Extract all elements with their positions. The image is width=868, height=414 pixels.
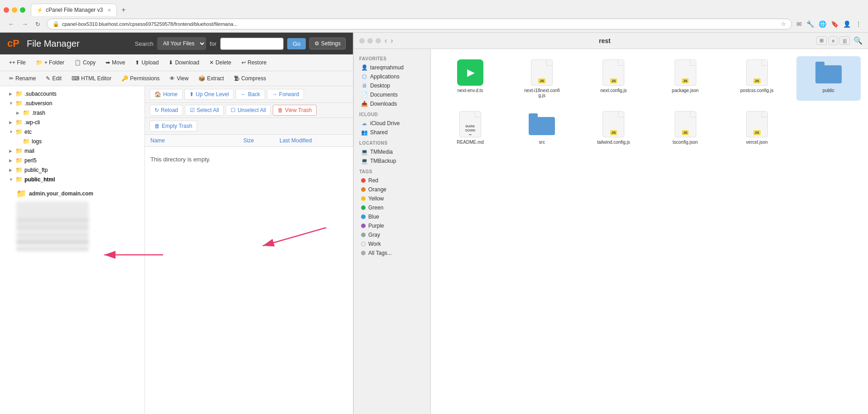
extract-button[interactable]: 📦 Extract [194,73,228,84]
file-item-public[interactable]: public [796,56,861,101]
tree-item-subaccounts[interactable]: ▶ 📁 .subaccounts [0,89,145,98]
js-icon: JS [746,59,768,86]
file-item-tsconfig[interactable]: JS tsconfig.json [653,108,718,147]
delete-button[interactable]: ✕ Delete [205,57,236,68]
back-nav-button[interactable]: ← Back [236,89,265,100]
finder-icon-view[interactable]: ⊞ [816,36,827,45]
sidebar-tag-gray[interactable]: Gray [356,230,429,239]
forward-nav-button[interactable]: → Forward [267,89,304,100]
menu-icon[interactable]: ⋮ [854,19,863,29]
active-tab[interactable]: ⚡ cPanel File Manager v3 ✕ [31,4,117,16]
file-item-src[interactable]: src [510,108,574,147]
tree-item-public-ftp[interactable]: ▶ 📁 public_ftp [0,165,145,175]
restore-button[interactable]: ↩ Restore [237,57,271,68]
bookmark-icon[interactable]: ☆ [781,21,786,27]
sidebar-tag-red[interactable]: Red [356,176,429,185]
permissions-button[interactable]: 🔑 Permissions [117,73,164,84]
file-item-vercel[interactable]: JS vercel.json [725,108,789,147]
sidebar-item-documents[interactable]: 📄 Documents [356,90,429,99]
tree-item-subversion[interactable]: ▼ 📁 .subversion [0,98,145,108]
up-one-level-button[interactable]: ⬆ Up One Level [184,89,234,100]
search-input[interactable] [220,38,284,50]
tab-favicon: ⚡ [37,7,43,13]
sidebar-item-shared[interactable]: 👥 Shared [356,128,429,137]
sidebar-tag-work[interactable]: Work [356,239,429,248]
forward-button[interactable]: → [19,19,31,29]
back-button[interactable]: ← [5,19,17,29]
tree-item-mail[interactable]: ▶ 📁 mail [0,146,145,156]
finder-back-button[interactable]: ‹ [385,37,387,45]
sidebar-tag-green[interactable]: Green [356,203,429,212]
empty-trash-button[interactable]: 🗑 Empty Trash [149,121,197,132]
tree-item-public-html[interactable]: ▼ 📁 public_html [0,175,145,184]
go-button[interactable]: Go [287,38,306,49]
sidebar-tag-blue[interactable]: Blue [356,212,429,221]
sidebar-tag-alltags[interactable]: All Tags... [356,248,429,258]
profile-icon[interactable]: 👤 [842,19,852,29]
search-dropdown[interactable]: All Your Files [157,37,206,50]
file-item-package-json[interactable]: JS package.json [653,56,718,101]
compress-button[interactable]: 🗜 Compress [229,73,270,84]
tree-item-wpcli[interactable]: ▶ 📁 .wp-cli [0,117,145,127]
view-button[interactable]: 👁 View [165,73,193,84]
new-tab-button[interactable]: + [119,5,128,15]
tree-item-etc[interactable]: ▼ 📁 etc [0,127,145,136]
extension-icon[interactable]: 🔧 [805,19,815,29]
extension3-icon[interactable]: 🔖 [830,19,839,29]
move-button[interactable]: ➡ Move [101,57,130,68]
sidebar-item-user[interactable]: 👤 tareqmahmud [356,63,429,72]
edit-button[interactable]: ✎ Edit [41,73,66,84]
reload-button[interactable]: ↻ [33,19,43,29]
tree-item-trash[interactable]: ▶ 📁 .trash [0,108,145,117]
upload-button[interactable]: ⬆ Upload [130,57,163,68]
finder-minimize-button[interactable] [367,38,373,44]
view-trash-button[interactable]: 🗑 View Trash [273,105,317,116]
download-button[interactable]: ⬇ Download [164,57,203,68]
tab-close-button[interactable]: ✕ [107,8,111,13]
sidebar-item-icloud-drive[interactable]: ☁ iCloud Drive [356,119,429,128]
file-item-readme[interactable]: MARKDOWN README.md [438,108,502,147]
html-editor-button[interactable]: ⌨ HTML Editor [67,73,116,84]
file-item-tailwind[interactable]: JS tailwind.config.js [581,108,646,147]
finder-forward-button[interactable]: › [391,37,393,45]
reload-button[interactable]: ↻ Reload [149,105,183,116]
folder-button[interactable]: 📁 + Folder [31,57,69,68]
file-item-next-config[interactable]: JS next.config.js [581,56,646,101]
maximize-button[interactable] [20,7,25,13]
tree-item-label: logs [32,138,42,145]
finder-search-button[interactable]: 🔍 [854,36,863,45]
file-button[interactable]: + + File [5,57,30,68]
minimize-button[interactable] [12,7,17,13]
sidebar-tag-purple[interactable]: Purple [356,221,429,230]
home-button[interactable]: 🏠 Home [149,89,183,100]
sidebar-tag-orange[interactable]: Orange [356,185,429,194]
settings-button[interactable]: ⚙ Settings [309,38,346,49]
finder-list-view[interactable]: ≡ [829,36,838,45]
tree-item-perl5[interactable]: ▶ 📁 perl5 [0,156,145,165]
tree-item-logs[interactable]: 📁 logs [0,136,145,146]
sidebar-item-desktop[interactable]: 🖥 Desktop [356,81,429,90]
mail-icon[interactable]: ✉ [796,19,803,29]
select-all-button[interactable]: ☑ Select All [185,105,224,116]
rename-button[interactable]: ✏ Rename [5,73,40,84]
toolbar-row1: + + File 📁 + Folder 📋 Copy ➡ Move ⬆ [0,54,353,71]
extension2-icon[interactable]: 🌐 [818,19,827,29]
finder-close-button[interactable] [359,38,365,44]
url-text: cpanel-box5310.bluehost.com/cpsess697525… [62,21,778,27]
finder-column-view[interactable]: ||| [839,36,850,45]
copy-button[interactable]: 📋 Copy [70,57,100,68]
applications-icon: ⬡ [361,73,367,80]
unselect-all-button[interactable]: ☐ Unselect All [226,105,271,116]
finder-maximize-button[interactable] [376,38,381,44]
file-item-postcss[interactable]: JS postcss.config.js [725,56,789,101]
sidebar-tag-yellow[interactable]: Yellow [356,194,429,203]
sidebar-item-tmbackup[interactable]: 💻 TMBackup [356,156,429,166]
file-item-next-i18[interactable]: JS next-i18next.config.js [510,56,574,101]
file-item-next-env[interactable]: next-env.d.ts [438,56,502,101]
sidebar-item-applications[interactable]: ⬡ Applications [356,72,429,81]
url-bar[interactable]: 🔒 cpanel-box5310.bluehost.com/cpsess6975… [47,19,792,29]
close-button[interactable] [4,7,9,13]
tag-dot-icon [361,178,366,183]
sidebar-item-tmmedia[interactable]: 💻 TMMedia [356,147,429,156]
sidebar-item-downloads[interactable]: 📥 Downloads [356,99,429,108]
